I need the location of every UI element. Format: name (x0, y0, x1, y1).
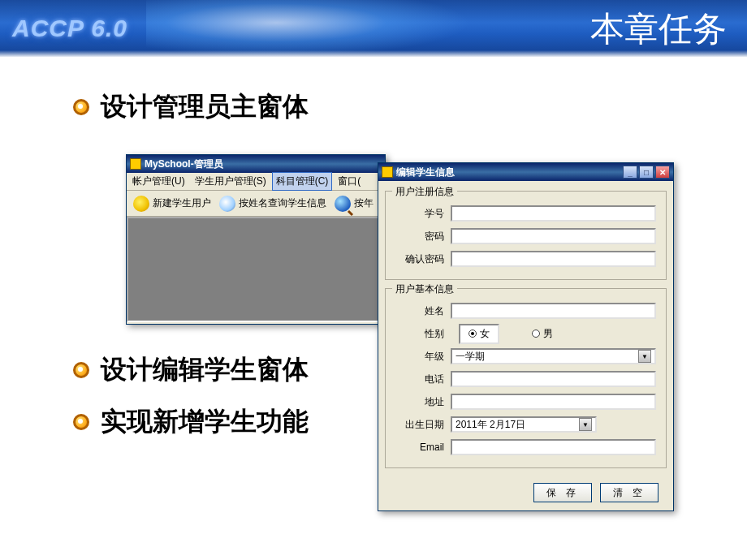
new-student-icon (133, 196, 149, 212)
slide-title: 本章任务 (590, 6, 727, 52)
birth-date-picker[interactable]: 2011年 2月17日 ▼ (451, 416, 597, 433)
minimize-button[interactable]: _ (623, 166, 637, 179)
radio-female[interactable]: 女 (468, 327, 490, 341)
save-button[interactable]: 保 存 (533, 483, 592, 502)
menu-account[interactable]: 帐户管理(U) (128, 172, 189, 191)
menu-window[interactable]: 窗口( (334, 172, 365, 191)
admin-title: MySchool-管理员 (145, 157, 223, 171)
clear-button[interactable]: 清 空 (600, 483, 658, 502)
edit-titlebar[interactable]: 编辑学生信息 _ □ ✕ (378, 163, 673, 181)
toolbar-new-student-label: 新建学生用户 (153, 196, 211, 210)
app-icon (130, 158, 141, 170)
menu-student[interactable]: 学生用户管理(S) (191, 172, 270, 191)
bullet-1: 设计管理员主窗体 (73, 89, 747, 125)
menu-subject[interactable]: 科目管理(C) (272, 172, 333, 191)
grade-value: 一学期 (456, 350, 485, 364)
label-birth: 出生日期 (395, 418, 444, 432)
button-row: 保 存 清 空 (385, 476, 667, 506)
bullet-icon (73, 414, 89, 430)
radio-female-label: 女 (480, 327, 490, 341)
label-phone: 电话 (395, 373, 444, 386)
group-basic-legend: 用户基本信息 (392, 282, 457, 296)
toolbar: 新建学生用户 按姓名查询学生信息 按年 (127, 191, 385, 217)
search-icon (335, 196, 351, 212)
label-email: Email (395, 442, 444, 453)
label-gender: 性别 (395, 327, 444, 341)
edit-student-window: 编辑学生信息 _ □ ✕ 用户注册信息 学号 密码 确认密码 用户基本信息 姓名… (378, 162, 674, 511)
radio-male[interactable]: 男 (532, 327, 553, 341)
label-name: 姓名 (395, 304, 444, 318)
form-area: 用户注册信息 学号 密码 确认密码 用户基本信息 姓名 性别 女 (378, 181, 673, 510)
radio-dot-icon (532, 330, 540, 338)
bullet-icon (73, 362, 89, 378)
maximize-button[interactable]: □ (639, 166, 654, 179)
group-registration: 用户注册信息 学号 密码 确认密码 (385, 191, 667, 280)
email-input[interactable] (451, 439, 656, 455)
name-input[interactable] (451, 303, 656, 319)
birth-value: 2011年 2月17日 (456, 418, 525, 432)
toolbar-query-by-name[interactable]: 按姓名查询学生信息 (216, 194, 330, 213)
toolbar-query-by-grade-label: 按年 (354, 196, 374, 210)
grade-combo[interactable]: 一学期 ▼ (451, 348, 656, 364)
radio-dot-icon (468, 330, 477, 338)
edit-title: 编辑学生信息 (396, 166, 455, 179)
toolbar-query-by-name-label: 按姓名查询学生信息 (239, 196, 326, 210)
chevron-down-icon: ▼ (638, 350, 651, 363)
label-address: 地址 (395, 395, 444, 409)
label-password: 密码 (395, 230, 444, 243)
confirm-password-input[interactable] (451, 251, 656, 267)
bullet-1-text: 设计管理员主窗体 (101, 89, 309, 125)
label-student-id: 学号 (395, 207, 444, 221)
mdi-client-area (127, 217, 385, 322)
admin-titlebar[interactable]: MySchool-管理员 (127, 155, 385, 173)
phone-input[interactable] (451, 371, 656, 387)
student-id-input[interactable] (451, 205, 656, 222)
group-registration-legend: 用户注册信息 (392, 185, 457, 199)
brand-logo: ACCP 6.0 (12, 15, 127, 42)
bullet-icon (73, 99, 89, 115)
label-grade: 年级 (395, 350, 444, 364)
chevron-down-icon: ▼ (579, 418, 592, 431)
menubar: 帐户管理(U) 学生用户管理(S) 科目管理(C) 窗口( (127, 173, 385, 191)
toolbar-query-by-grade[interactable]: 按年 (331, 194, 377, 213)
address-input[interactable] (451, 394, 656, 410)
slide-header: ACCP 6.0 本章任务 (0, 0, 747, 57)
radio-male-label: 男 (543, 327, 553, 341)
label-confirm: 确认密码 (395, 252, 444, 266)
bullet-2-text: 设计编辑学生窗体 (101, 352, 309, 388)
group-basic: 用户基本信息 姓名 性别 女 男 年级 (385, 288, 667, 468)
admin-main-window: MySchool-管理员 帐户管理(U) 学生用户管理(S) 科目管理(C) 窗… (126, 154, 386, 325)
app-icon (382, 166, 393, 178)
bullet-3-text: 实现新增学生功能 (101, 404, 309, 440)
toolbar-new-student[interactable]: 新建学生用户 (130, 194, 214, 213)
close-button[interactable]: ✕ (655, 166, 670, 179)
query-by-name-icon (219, 196, 235, 212)
password-input[interactable] (451, 228, 656, 244)
